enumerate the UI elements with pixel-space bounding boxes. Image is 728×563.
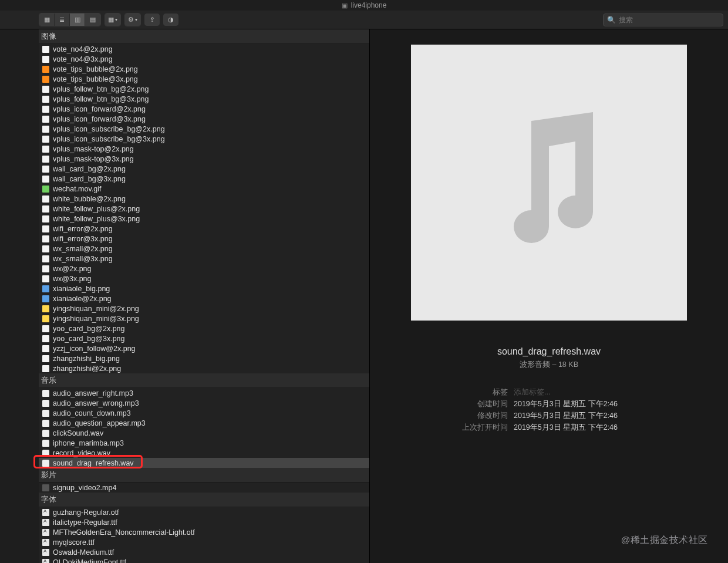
file-name: vplus_icon_forward@3x.png bbox=[53, 115, 146, 123]
file-name: vote_tips_bubble@2x.png bbox=[53, 65, 138, 73]
file-row[interactable]: yoo_card_bg@2x.png bbox=[39, 323, 369, 333]
file-icon bbox=[42, 305, 49, 312]
file-row[interactable]: vplus_follow_btn_bg@3x.png bbox=[39, 94, 369, 104]
file-row[interactable]: audio_count_down.mp3 bbox=[39, 408, 369, 418]
file-name: guzhang-Regular.otf bbox=[53, 508, 119, 517]
file-name: vplus_icon_subscribe_bg@3x.png bbox=[53, 135, 165, 143]
folder-icon: ▣ bbox=[342, 2, 348, 9]
file-row[interactable]: zhangzhishi@2x.png bbox=[39, 363, 369, 373]
file-row[interactable]: zhangzhishi_big.png bbox=[39, 353, 369, 363]
file-icon bbox=[42, 255, 49, 262]
file-icon bbox=[42, 166, 49, 173]
file-row[interactable]: white_follow_plus@3x.png bbox=[39, 214, 369, 224]
file-row[interactable]: vplus_icon_subscribe_bg@3x.png bbox=[39, 134, 369, 144]
file-row[interactable]: wx@2x.png bbox=[39, 264, 369, 274]
file-row[interactable]: wifi_error@3x.png bbox=[39, 234, 369, 244]
file-name: audio_answer_right.mp3 bbox=[53, 389, 133, 397]
file-row[interactable]: wx_small@2x.png bbox=[39, 244, 369, 254]
group-by-button[interactable]: ▦▾ bbox=[105, 13, 121, 26]
action-menu-button[interactable]: ⚙▾ bbox=[124, 13, 141, 26]
file-icon bbox=[42, 235, 49, 242]
file-name: clickSound.wav bbox=[53, 429, 103, 437]
file-row[interactable]: wall_card_bg@3x.png bbox=[39, 174, 369, 184]
file-row[interactable]: Oswald-Medium.ttf bbox=[39, 547, 369, 557]
file-row[interactable]: yingshiquan_mini@3x.png bbox=[39, 313, 369, 323]
share-button[interactable]: ⇪ bbox=[144, 14, 160, 26]
search-input[interactable] bbox=[603, 14, 723, 26]
file-row[interactable]: vote_tips_bubble@2x.png bbox=[39, 64, 369, 74]
meta-value: 2019年5月3日 星期五 下午2:46 bbox=[514, 411, 666, 421]
file-name: iphone_marimba.mp3 bbox=[53, 439, 124, 447]
file-row[interactable]: yoo_card_bg@3x.png bbox=[39, 333, 369, 343]
file-name: vplus_mask-top@2x.png bbox=[53, 145, 134, 153]
music-note-icon bbox=[493, 112, 605, 253]
file-row[interactable]: sound_drag_refresh.wav bbox=[39, 458, 369, 468]
view-column-button[interactable]: ▥ bbox=[70, 14, 85, 26]
view-mode-segment[interactable]: ▦ ≣ ▥ ▤ bbox=[39, 13, 101, 26]
file-icon bbox=[42, 355, 49, 362]
file-icon bbox=[42, 76, 49, 83]
file-row[interactable]: audio_answer_wrong.mp3 bbox=[39, 398, 369, 408]
file-icon bbox=[42, 245, 49, 252]
file-row[interactable]: QLDokiMediumFont.ttf bbox=[39, 557, 369, 563]
file-row[interactable]: wx@3x.png bbox=[39, 274, 369, 284]
file-row[interactable]: vplus_icon_forward@3x.png bbox=[39, 114, 369, 124]
file-icon bbox=[42, 106, 49, 113]
file-name: wechat.mov.gif bbox=[53, 185, 101, 193]
file-row[interactable]: italictype-Regular.ttf bbox=[39, 517, 369, 527]
view-gallery-button[interactable]: ▤ bbox=[85, 14, 100, 26]
file-row[interactable]: wx_small@3x.png bbox=[39, 254, 369, 264]
file-list-pane[interactable]: 图像vote_no4@2x.pngvote_no4@3x.pngvote_tip… bbox=[39, 29, 370, 563]
file-row[interactable]: white_follow_plus@2x.png bbox=[39, 204, 369, 214]
file-row[interactable]: wechat.mov.gif bbox=[39, 184, 369, 194]
file-icon bbox=[42, 484, 49, 491]
file-row[interactable]: iphone_marimba.mp3 bbox=[39, 438, 369, 448]
file-icon bbox=[42, 529, 49, 536]
file-row[interactable]: xianiaole@2x.png bbox=[39, 294, 369, 304]
file-row[interactable]: vplus_mask-top@3x.png bbox=[39, 154, 369, 164]
file-row[interactable]: vote_no4@3x.png bbox=[39, 54, 369, 64]
search-field[interactable]: 🔍 bbox=[603, 14, 723, 26]
file-row[interactable]: wifi_error@2x.png bbox=[39, 224, 369, 234]
file-row[interactable]: record_video.wav bbox=[39, 448, 369, 458]
file-row[interactable]: clickSound.wav bbox=[39, 428, 369, 438]
file-row[interactable]: vplus_follow_btn_bg@2x.png bbox=[39, 84, 369, 94]
tag-button[interactable]: ◑ bbox=[163, 14, 178, 26]
file-icon bbox=[42, 136, 49, 143]
file-icon bbox=[42, 335, 49, 342]
file-icon bbox=[42, 56, 49, 63]
file-name: wx_small@3x.png bbox=[53, 255, 113, 263]
file-row[interactable]: guzhang-Regular.otf bbox=[39, 507, 369, 517]
file-row[interactable]: xianiaole_big.png bbox=[39, 284, 369, 294]
file-row[interactable]: white_bubble@2x.png bbox=[39, 194, 369, 204]
file-name: sound_drag_refresh.wav bbox=[53, 459, 134, 467]
file-row[interactable]: vplus_mask-top@2x.png bbox=[39, 144, 369, 154]
file-icon bbox=[42, 96, 49, 103]
view-icon-button[interactable]: ▦ bbox=[39, 14, 55, 26]
file-row[interactable]: myqlscore.ttf bbox=[39, 537, 369, 547]
file-row[interactable]: wall_card_bg@2x.png bbox=[39, 164, 369, 174]
file-row[interactable]: audio_question_appear.mp3 bbox=[39, 418, 369, 428]
file-row[interactable]: vplus_icon_forward@2x.png bbox=[39, 104, 369, 114]
file-name: record_video.wav bbox=[53, 449, 110, 457]
file-icon bbox=[42, 146, 49, 153]
file-name: wifi_error@3x.png bbox=[53, 235, 113, 243]
file-row[interactable]: MFTheGoldenEra_Noncommercial-Light.otf bbox=[39, 527, 369, 537]
file-row[interactable]: audio_answer_right.mp3 bbox=[39, 388, 369, 398]
file-row[interactable]: yingshiquan_mini@2x.png bbox=[39, 304, 369, 313]
file-name: Oswald-Medium.ttf bbox=[53, 548, 114, 557]
file-row[interactable]: vote_no4@2x.png bbox=[39, 44, 369, 54]
file-row[interactable]: vote_tips_bubble@3x.png bbox=[39, 74, 369, 84]
file-row[interactable]: signup_video2.mp4 bbox=[39, 483, 369, 493]
meta-value[interactable]: 添加标签... bbox=[514, 387, 666, 397]
file-icon bbox=[42, 519, 49, 526]
file-name: myqlscore.ttf bbox=[53, 538, 95, 547]
window-title: live4iphone bbox=[351, 1, 387, 9]
file-icon bbox=[42, 205, 49, 213]
file-row[interactable]: vplus_icon_subscribe_bg@2x.png bbox=[39, 124, 369, 134]
file-icon bbox=[42, 315, 49, 322]
file-name: xianiaole_big.png bbox=[53, 285, 110, 293]
file-name: wx@3x.png bbox=[53, 275, 92, 283]
file-row[interactable]: yzzj_icon_follow@2x.png bbox=[39, 343, 369, 353]
view-list-button[interactable]: ≣ bbox=[55, 14, 70, 26]
